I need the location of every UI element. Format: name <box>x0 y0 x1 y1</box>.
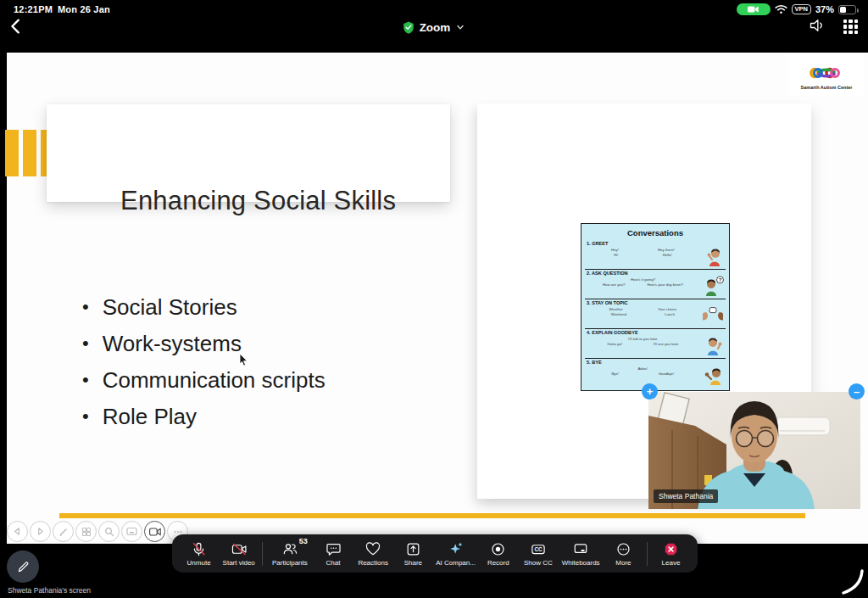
toolbar-divider <box>647 542 648 566</box>
next-slide-button[interactable] <box>30 521 51 542</box>
toolbar-divider <box>262 542 263 566</box>
mouse-cursor <box>239 354 249 367</box>
chevron-down-icon <box>455 22 465 32</box>
conversation-step-greet: 1. GREET Hey!Hey there! Hi!Hello! <box>585 240 726 269</box>
show-cc-button[interactable]: CC Show CC <box>518 534 558 573</box>
audio-output-button[interactable] <box>809 18 827 36</box>
logo-caption: Samarth Autism Center <box>801 85 853 90</box>
video-off-icon <box>231 540 248 557</box>
encryption-shield-icon <box>403 21 415 34</box>
meeting-toolbar: Unmute Start video 53 Participants Chat <box>172 534 698 573</box>
wifi-icon <box>775 4 787 14</box>
ai-companion-button[interactable]: AI Compan... <box>433 534 478 573</box>
conversation-step-goodbye: 4. EXPLAIN GOODBYE I'll talk to you late… <box>585 328 726 358</box>
more-button[interactable]: More <box>604 534 643 573</box>
stay-on-topic-icon <box>702 307 724 324</box>
explain-goodbye-person-icon <box>705 335 724 355</box>
ask-question-person-icon: ? <box>704 276 724 296</box>
screen-share-source-label: Shweta Pathania's screen <box>8 586 91 595</box>
infinity-logo-icon <box>808 62 845 84</box>
camera-icon <box>748 6 759 13</box>
slide-accent-rule <box>59 513 805 518</box>
participants-button[interactable]: 53 Participants <box>266 534 313 573</box>
pen-tool-button[interactable] <box>53 521 74 542</box>
ai-sparkle-icon <box>448 540 465 557</box>
chart-title: Conversations <box>585 226 726 240</box>
slide-bullet-list: •Social Stories •Work-systems •Communica… <box>82 294 326 440</box>
whiteboard-icon <box>572 540 589 557</box>
bullet-item: •Work-systems <box>82 331 326 367</box>
slide-accent-bar <box>5 130 19 176</box>
zoom-magnifier-button[interactable] <box>98 521 120 542</box>
heart-icon <box>364 540 381 557</box>
ipad-zoom-screen: 12:21PM Mon 26 Jan Zoom VPN 37% <box>0 0 868 598</box>
bullet-item: •Social Stories <box>82 294 326 331</box>
laser-pointer-button[interactable] <box>121 521 142 542</box>
previous-slide-button[interactable] <box>7 521 28 542</box>
conversation-step-topic: 3. STAY ON TOPIC WeatherYour choice Week… <box>585 299 726 328</box>
chat-bubble-icon <box>326 540 342 557</box>
start-video-button[interactable]: Start video <box>219 534 259 573</box>
annotation-toolbar <box>7 521 188 544</box>
status-indicators: VPN 37% <box>737 3 856 15</box>
participant-video-tile[interactable]: Shweta Pathania <box>648 392 860 509</box>
slide-accent-bar <box>23 130 36 176</box>
share-screen-icon <box>405 540 421 557</box>
camera-annotation-button[interactable] <box>144 521 165 542</box>
mic-muted-icon <box>191 540 207 557</box>
share-button[interactable]: Share <box>393 534 433 573</box>
slide-title: Enhancing Social Skills <box>120 186 396 216</box>
battery-icon <box>838 5 856 14</box>
participant-name-label: Shweta Pathania <box>654 489 718 503</box>
meeting-title-dropdown[interactable]: Zoom <box>0 19 868 36</box>
closed-captions-icon: CC <box>530 540 547 557</box>
conversation-step-ask: 2. ASK QUESTION How's it going? How are … <box>585 269 726 299</box>
record-button[interactable]: Record <box>478 534 518 573</box>
greet-person-icon <box>705 246 724 266</box>
unmute-button[interactable]: Unmute <box>179 534 219 573</box>
whiteboards-button[interactable]: Whiteboards <box>559 534 604 573</box>
leave-button[interactable]: Leave <box>651 534 691 573</box>
leave-meeting-icon <box>663 540 679 557</box>
expand-plus-button[interactable]: + <box>642 383 658 400</box>
bullet-item: •Communication scripts <box>82 367 326 404</box>
bullet-item: •Role Play <box>82 404 326 440</box>
conversations-chart: Conversations 1. GREET Hey!Hey there! Hi… <box>581 223 730 391</box>
svg-text:CC: CC <box>534 546 542 552</box>
participants-icon: 53 <box>281 540 298 557</box>
meeting-title: Zoom <box>420 21 451 34</box>
participant-count: 53 <box>299 537 308 545</box>
apps-grid-icon[interactable] <box>843 20 858 34</box>
reactions-button[interactable]: Reactions <box>353 534 393 573</box>
camera-in-use-indicator <box>737 3 771 15</box>
more-ellipsis-icon <box>615 540 632 557</box>
chat-button[interactable]: Chat <box>313 534 353 573</box>
date: Mon 26 Jan <box>58 4 110 14</box>
shapes-grid-button[interactable] <box>75 521 97 542</box>
corner-swipe-handle[interactable] <box>836 567 865 595</box>
annotate-pencil-fab[interactable] <box>7 550 39 583</box>
bye-person-icon <box>704 365 724 385</box>
slide-title-card: Enhancing Social Skills <box>47 104 450 202</box>
battery-percent: 37% <box>815 4 834 14</box>
organization-logo: Samarth Autism Center <box>788 55 865 96</box>
vpn-badge: VPN <box>792 4 811 14</box>
conversation-step-bye: 5. BYE Adios! Bye!Goodbye! <box>585 358 726 388</box>
svg-text:?: ? <box>719 277 722 282</box>
clock: 12:21PM <box>14 4 53 14</box>
collapse-minus-button[interactable]: – <box>849 383 865 400</box>
record-icon <box>490 540 506 557</box>
